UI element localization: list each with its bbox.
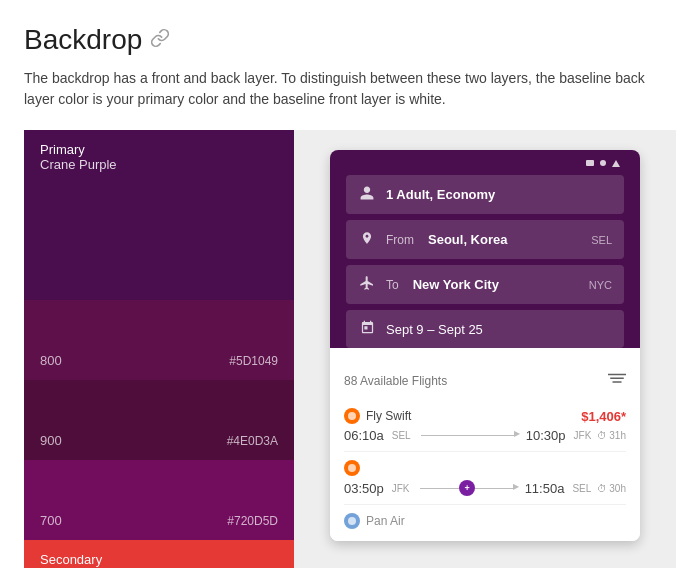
airline-row-2: [344, 460, 626, 476]
duration-1: ⏱ 31h: [597, 430, 626, 441]
flight-row-3-partial: Pan Air: [344, 505, 626, 529]
arr-code-1: JFK: [574, 430, 592, 441]
to-label: To: [386, 278, 399, 292]
swatch-700: 700 #720D5D: [24, 460, 294, 540]
airline-name-row-2: [344, 460, 360, 476]
content-area: Primary Crane Purple 800 #5D1049 900 #4E…: [24, 130, 676, 568]
duration-2: ⏱ 30h: [597, 483, 626, 494]
description: The backdrop has a front and back layer.…: [24, 68, 664, 110]
dep-time-2: 03:50p: [344, 481, 384, 496]
times-row-1: 06:10a SEL 10:30p JFK ⏱ 31h: [344, 428, 626, 443]
airline-logo-1: [344, 408, 360, 424]
airline-logo-inner-3: [348, 517, 356, 525]
stop-badge-2: +: [459, 480, 475, 496]
airline-name-row-1: Fly Swift: [344, 408, 411, 424]
airline-logo-inner-1: [348, 412, 356, 420]
phone-area: 1 Adult, Economy From Seoul, Korea SEL: [294, 130, 676, 568]
primary-name: Crane Purple: [40, 157, 278, 172]
phone-header: 1 Adult, Economy From Seoul, Korea SEL: [330, 150, 640, 348]
clock-icon-1: ⏱: [597, 430, 607, 441]
flight-row-2[interactable]: 03:50p JFK + ▶ 11:50a SEL: [344, 452, 626, 505]
primary-swatch: Primary Crane Purple: [24, 130, 294, 300]
dep-time-1: 06:10a: [344, 428, 384, 443]
arr-time-2: 11:50a: [525, 481, 565, 496]
calendar-icon: [358, 320, 376, 338]
from-code: SEL: [591, 234, 612, 246]
battery-icon: [612, 160, 620, 167]
traveler-field[interactable]: 1 Adult, Economy: [346, 175, 624, 214]
airline-row-1: Fly Swift $1,406*: [344, 408, 626, 424]
flight-row[interactable]: Fly Swift $1,406* 06:10a SEL 10:30p JFK …: [344, 400, 626, 452]
shade-800-label: 800: [40, 353, 62, 368]
shade-700-label: 700: [40, 513, 62, 528]
dates-value: Sept 9 – Sept 25: [386, 322, 483, 337]
title-row: Backdrop: [24, 24, 676, 56]
page-title: Backdrop: [24, 24, 142, 56]
color-palette: Primary Crane Purple 800 #5D1049 900 #4E…: [24, 130, 294, 568]
wifi-icon: [600, 160, 606, 166]
phone-body: 88 Available Flights: [330, 360, 640, 541]
airline-logo-inner-2: [348, 464, 356, 472]
from-field[interactable]: From Seoul, Korea SEL: [346, 220, 624, 259]
page-container: Backdrop The backdrop has a front and ba…: [0, 0, 700, 568]
primary-label: Primary: [40, 142, 278, 157]
to-value: New York City: [413, 277, 499, 292]
swatch-900: 900 #4E0D3A: [24, 380, 294, 460]
link-icon[interactable]: [150, 28, 170, 53]
swatch-800: 800 #5D1049: [24, 300, 294, 380]
shade-700-hex: #720D5D: [227, 514, 278, 528]
dates-field[interactable]: Sept 9 – Sept 25: [346, 310, 624, 348]
shade-800-hex: #5D1049: [229, 354, 278, 368]
phone-mockup: 1 Adult, Economy From Seoul, Korea SEL: [330, 150, 640, 541]
dep-code-1: SEL: [392, 430, 411, 441]
to-code: NYC: [589, 279, 612, 291]
flight-icon: [358, 275, 376, 294]
airline-name-3: Pan Air: [366, 514, 405, 528]
secondary-swatch: Secondary Crane Red: [24, 540, 294, 568]
person-icon: [358, 185, 376, 204]
secondary-label: Secondary: [40, 552, 278, 567]
airline-name-1: Fly Swift: [366, 409, 411, 423]
available-header: 88 Available Flights: [344, 372, 626, 390]
signal-icon: [586, 160, 594, 166]
dep-code-2: JFK: [392, 483, 410, 494]
available-text: 88 Available Flights: [344, 374, 447, 388]
filter-icon[interactable]: [608, 372, 626, 390]
times-row-2: 03:50p JFK + ▶ 11:50a SEL: [344, 480, 626, 496]
airline-logo-2: [344, 460, 360, 476]
flight-arrow-1: [421, 435, 516, 436]
location-icon: [358, 230, 376, 249]
phone-status-bar: [346, 160, 624, 167]
from-value: Seoul, Korea: [428, 232, 507, 247]
to-field[interactable]: To New York City NYC: [346, 265, 624, 304]
shade-900-hex: #4E0D3A: [227, 434, 278, 448]
from-label: From: [386, 233, 414, 247]
price-1: $1,406*: [581, 409, 626, 424]
arr-time-1: 10:30p: [526, 428, 566, 443]
airline-logo-3: [344, 513, 360, 529]
traveler-value: 1 Adult, Economy: [386, 187, 495, 202]
shade-900-label: 900: [40, 433, 62, 448]
clock-icon-2: ⏱: [597, 483, 607, 494]
arr-code-2: SEL: [572, 483, 591, 494]
